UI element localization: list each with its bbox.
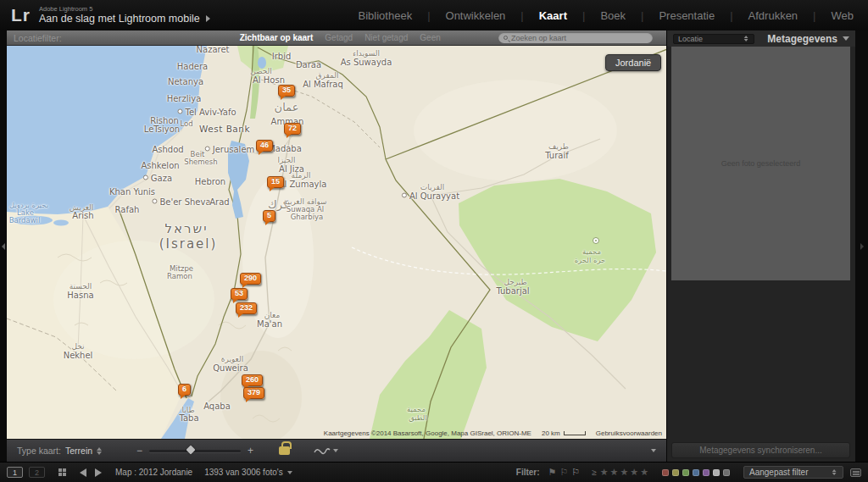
- module-tab[interactable]: Ontwikkelen: [420, 9, 513, 22]
- lightroom-window: Lr Adobe Lightroom 5 Aan de slag met Lig…: [0, 0, 868, 482]
- count-dropdown-icon: [287, 471, 292, 474]
- next-photo-arrow-icon[interactable]: [95, 468, 102, 477]
- app-name: Adobe Lightroom 5: [39, 6, 210, 14]
- secondary-window-button[interactable]: 2: [29, 467, 45, 478]
- no-photo-selected-text: Geen foto geselecteerd: [721, 159, 801, 168]
- map-scale: 20 km: [542, 429, 586, 437]
- flag-filter-icon[interactable]: ⚐: [559, 467, 568, 478]
- map-type-label: Type kaart:: [17, 446, 61, 456]
- photo-cluster-marker[interactable]: 15: [267, 176, 284, 188]
- location-filter-bar: Locatiefilter: Zichtbaar op kaartGetagdN…: [7, 30, 666, 46]
- filter-preset-dropdown-icon: [832, 469, 837, 475]
- location-filter-option[interactable]: Getagd: [325, 33, 353, 42]
- main-window-button[interactable]: 1: [7, 467, 23, 478]
- photo-cluster-marker[interactable]: 35: [278, 85, 295, 97]
- module-tab[interactable]: Boek: [575, 9, 633, 22]
- map-search-input[interactable]: [511, 34, 648, 42]
- location-filter-option[interactable]: Zichtbaar op kaart: [240, 33, 314, 42]
- right-panel-header: Locatie Metagegevens: [667, 30, 855, 47]
- color-label-swatch[interactable]: [713, 469, 720, 476]
- filter-preset-value: Aangepast filter: [749, 468, 809, 477]
- zoom-slider: − +: [136, 446, 253, 456]
- color-label-swatch[interactable]: [682, 469, 689, 476]
- map-canvas[interactable]: NazaretIrbidDaraaالسويداءAs Suwaydaالحصن…: [7, 46, 666, 439]
- metadata-panel-title: Metagegevens: [767, 33, 837, 45]
- location-filter-option[interactable]: Geen: [420, 33, 440, 42]
- left-panel-collapse[interactable]: [0, 30, 7, 462]
- color-label-swatch[interactable]: [693, 469, 699, 476]
- gps-track-icon[interactable]: [314, 446, 338, 455]
- location-dropdown-value: Locatie: [678, 35, 703, 43]
- color-label-filters: [662, 469, 730, 476]
- photo-count-text: 1393 van 3006 foto's: [204, 468, 283, 477]
- search-icon: [504, 36, 508, 40]
- map-toolbar: Type kaart: Terrein − +: [7, 439, 666, 462]
- filmstrip-count[interactable]: 1393 van 3006 foto's: [204, 468, 292, 477]
- module-tab[interactable]: Web: [805, 9, 861, 22]
- sync-metadata-button[interactable]: Metagegevens synchroniseren...: [671, 442, 850, 458]
- identity-title: Aan de slag met Lightroom mobile: [39, 13, 200, 25]
- metadata-empty-preview: Geen foto geselecteerd: [671, 47, 850, 280]
- lightroom-logo: Lr: [11, 5, 31, 25]
- photo-cluster-marker[interactable]: 46: [256, 140, 273, 152]
- photo-cluster-marker[interactable]: 290: [240, 273, 261, 285]
- rating-filter[interactable]: ≥ ★★★★★: [592, 467, 650, 478]
- flag-filter-icon[interactable]: ⚐: [571, 467, 580, 478]
- color-label-swatch[interactable]: [723, 469, 730, 476]
- scale-bar-icon: [564, 431, 586, 435]
- filmstrip-filter-group: Filter: ⚑⚐⚐ ≥ ★★★★★ Aangepast filter: [516, 466, 861, 479]
- module-tab[interactable]: Bibliotheek: [351, 9, 420, 22]
- color-label-swatch[interactable]: [672, 469, 679, 476]
- module-picker: BibliotheekOntwikkelenKaartBoekPresentat…: [351, 9, 861, 22]
- flag-filters: ⚑⚐⚐: [547, 467, 582, 478]
- location-filter-label: Locatiefilter:: [14, 33, 62, 43]
- star-rating-icons[interactable]: ★★★★★: [600, 467, 650, 478]
- photo-cluster-marker[interactable]: 53: [231, 288, 248, 300]
- right-panel: Locatie Metagegevens Geen foto geselecte…: [666, 30, 855, 462]
- previous-photo-arrow-icon[interactable]: [80, 468, 86, 477]
- photo-cluster-marker[interactable]: 232: [236, 302, 257, 314]
- photo-cluster-marker[interactable]: 379: [243, 387, 264, 399]
- map-pane: Locatiefilter: Zichtbaar op kaartGetagdN…: [7, 30, 666, 462]
- scale-label: 20 km: [542, 429, 560, 437]
- metadata-panel-header[interactable]: Metagegevens: [767, 33, 849, 45]
- attribution-text: Kaartgegevens ©2014 Basarsoft, Google, M…: [324, 429, 531, 437]
- identity-plate[interactable]: Adobe Lightroom 5 Aan de slag met Lightr…: [39, 6, 210, 25]
- filter-preset-dropdown[interactable]: Aangepast filter: [743, 466, 843, 479]
- module-tab[interactable]: Kaart: [513, 9, 575, 22]
- zoom-in-button[interactable]: +: [248, 446, 253, 456]
- map-type-value[interactable]: Terrein: [65, 446, 92, 456]
- zoom-slider-track[interactable]: [149, 450, 241, 452]
- location-dropdown[interactable]: Locatie: [673, 34, 754, 44]
- location-filter-options: Zichtbaar op kaartGetagdNiet getagdGeen: [240, 33, 441, 42]
- photo-cluster-marker[interactable]: 5: [263, 210, 275, 222]
- filmstrip-bar: 1 2 Map : 2012 Jordanie 1393 van 3006 fo…: [0, 462, 868, 482]
- module-tab[interactable]: Afdrukken: [722, 9, 805, 22]
- location-filter-option[interactable]: Niet getagd: [364, 33, 408, 42]
- filter-label: Filter:: [516, 468, 540, 477]
- filmstrip-source[interactable]: Map : 2012 Jordanie: [115, 468, 192, 477]
- map-search-box[interactable]: [498, 32, 653, 43]
- photo-cluster-marker[interactable]: 72: [284, 123, 301, 135]
- lock-markers-icon[interactable]: [279, 446, 290, 455]
- map-type-dropdown-icon[interactable]: [97, 447, 103, 455]
- photo-cluster-marker[interactable]: 260: [242, 374, 263, 386]
- color-label-swatch[interactable]: [662, 469, 669, 476]
- grid-view-icon[interactable]: [58, 468, 66, 476]
- collapse-right-icon: [860, 243, 864, 250]
- terms-link[interactable]: Gebruiksvoorwaarden: [596, 429, 662, 437]
- color-label-swatch[interactable]: [703, 469, 709, 476]
- title-bar: Lr Adobe Lightroom 5 Aan de slag met Lig…: [0, 0, 868, 30]
- rating-operator: ≥: [592, 468, 597, 477]
- right-panel-collapse[interactable]: [855, 30, 868, 462]
- module-tab[interactable]: Presentatie: [633, 9, 722, 22]
- map-attribution: Kaartgegevens ©2014 Basarsoft, Google, M…: [324, 429, 662, 437]
- toolbar-collapse-icon[interactable]: [651, 449, 656, 452]
- zoom-out-button[interactable]: −: [136, 446, 142, 456]
- flag-filter-icon[interactable]: ⚑: [548, 467, 557, 478]
- filmstrip-toggle-icon[interactable]: [850, 468, 861, 477]
- zoom-slider-thumb[interactable]: [186, 445, 196, 454]
- photo-cluster-marker[interactable]: 6: [178, 384, 191, 396]
- map-geography: [7, 46, 666, 439]
- gps-track-dropdown-icon: [333, 449, 338, 452]
